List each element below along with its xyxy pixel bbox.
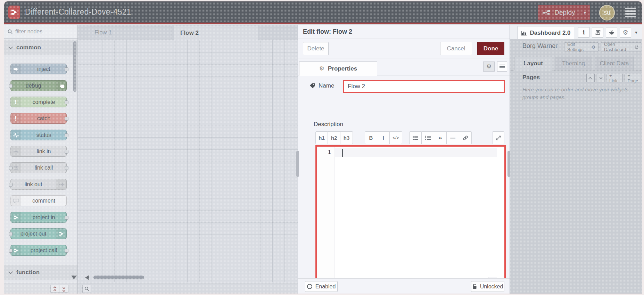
- delete-button[interactable]: Delete: [303, 42, 329, 55]
- dashboard-panel: Borg Warner Edit Settings ⚙ Open Dashboa…: [510, 39, 642, 294]
- palette-node-link-call[interactable]: link call: [10, 162, 67, 173]
- link-arrow-icon: [11, 146, 21, 156]
- bar-chart-icon: [521, 30, 527, 35]
- flow-enabled-toggle[interactable]: Enabled: [305, 281, 338, 292]
- palette-node-status[interactable]: status: [10, 130, 67, 140]
- main-menu-button[interactable]: [624, 6, 637, 19]
- flow-name-input[interactable]: [343, 80, 505, 93]
- divider: [522, 117, 631, 117]
- palette-node-catch[interactable]: ! catch: [10, 113, 67, 124]
- chevron-down-icon: [8, 45, 13, 49]
- user-avatar[interactable]: su: [599, 5, 615, 21]
- tab-flow-1[interactable]: Flow 1: [88, 26, 172, 39]
- add-page-button[interactable]: + Page: [625, 74, 641, 82]
- output-port: [65, 100, 68, 104]
- palette-category-function[interactable]: function: [4, 265, 77, 280]
- tab-layout[interactable]: Layout: [514, 57, 552, 71]
- palette-node-project-in[interactable]: project in: [10, 212, 67, 223]
- palette-node-debug[interactable]: debug: [10, 80, 67, 91]
- description-editor[interactable]: 1 ?: [315, 145, 506, 287]
- settings-button[interactable]: ⚙: [620, 27, 631, 38]
- deploy-label: Deploy: [554, 9, 575, 16]
- category-label: common: [16, 44, 41, 51]
- tray-scrollbar-thumb[interactable]: [507, 151, 510, 177]
- name-row: Name: [309, 82, 334, 89]
- magnifier-icon: [84, 286, 89, 291]
- edit-description-button[interactable]: [497, 62, 507, 72]
- edit-properties-button[interactable]: ⚙: [483, 62, 495, 72]
- gear-icon: ⚙: [622, 28, 628, 36]
- palette-node-complete[interactable]: ! complete: [10, 97, 67, 107]
- flow-canvas[interactable]: [78, 40, 298, 282]
- pages-help-text: Here you can re-order and move your widg…: [522, 86, 630, 101]
- tab-client-data[interactable]: Client Data: [595, 57, 634, 71]
- name-label: Name: [319, 82, 334, 89]
- heading2-button[interactable]: h2: [328, 131, 340, 144]
- palette-scrollbar-thumb[interactable]: [73, 41, 76, 92]
- hscroll-left-icon[interactable]: [85, 275, 89, 280]
- deploy-options-caret-icon[interactable]: ▾: [579, 10, 586, 15]
- tab-dashboard-2[interactable]: Dashboard 2.0: [518, 26, 574, 39]
- done-button[interactable]: Done: [477, 42, 504, 55]
- link-button[interactable]: [459, 131, 472, 144]
- layout-tabbar: Layout Theming Client Data: [510, 57, 642, 71]
- bold-button[interactable]: B: [365, 131, 377, 144]
- zoom-search-button[interactable]: [82, 285, 91, 293]
- gear-icon: ⚙: [591, 44, 595, 50]
- palette-node-link-out[interactable]: link out: [10, 179, 67, 190]
- palette-search-input[interactable]: [15, 28, 67, 35]
- bug-icon: [609, 30, 614, 35]
- book-icon: [595, 30, 601, 35]
- workspace[interactable]: Flow 1 Flow 2: [78, 25, 298, 294]
- sidebar-tabbar: Dashboard 2.0 i ⚙ ▾: [510, 25, 642, 39]
- help-book-button[interactable]: [592, 27, 603, 38]
- debug-bug-button[interactable]: [606, 27, 617, 38]
- flow-tabbar: Flow 1 Flow 2: [78, 25, 298, 40]
- move-down-button[interactable]: [596, 74, 604, 82]
- cancel-button[interactable]: Cancel: [440, 42, 472, 55]
- palette-node-project-call[interactable]: project call: [10, 245, 67, 256]
- palette-node-inject[interactable]: inject: [10, 64, 67, 74]
- palette-node-link-in[interactable]: link in: [10, 146, 67, 157]
- italic-button[interactable]: I: [377, 131, 390, 144]
- gear-icon: ⚙: [486, 63, 492, 70]
- palette: common inject debug ! complete ! catch: [4, 25, 78, 294]
- sidebar-menu-caret-icon[interactable]: ▾: [635, 30, 637, 35]
- tab-flow-2[interactable]: Flow 2: [174, 26, 258, 40]
- palette-node-comment[interactable]: comment: [10, 195, 67, 206]
- workspace-footer: [78, 284, 298, 294]
- edit-settings-button[interactable]: Edit Settings ⚙: [564, 42, 598, 51]
- open-dashboard-button[interactable]: Open Dashboard: [601, 42, 641, 51]
- expand-all-button[interactable]: [59, 285, 68, 293]
- comment-bubble-icon: [11, 196, 21, 206]
- move-up-button[interactable]: [586, 74, 595, 82]
- expand-editor-button[interactable]: [493, 131, 504, 144]
- palette-search[interactable]: [4, 25, 77, 39]
- info-icon: i: [583, 29, 585, 36]
- info-button[interactable]: i: [578, 27, 589, 38]
- input-port: [9, 166, 13, 170]
- horizontal-rule-button[interactable]: —: [447, 131, 459, 144]
- collapse-all-button[interactable]: [50, 285, 59, 293]
- palette-category-common[interactable]: common: [4, 40, 77, 55]
- chevron-down-icon: [8, 270, 13, 274]
- tab-properties[interactable]: ⚙ Properties: [299, 62, 377, 76]
- flow-lock-toggle[interactable]: Unlocked: [471, 281, 504, 292]
- heading3-button[interactable]: h3: [340, 131, 353, 144]
- add-link-button[interactable]: + Link: [606, 74, 623, 82]
- palette-scroll-down-icon[interactable]: [71, 276, 77, 279]
- hscrollbar-thumb[interactable]: [93, 276, 144, 279]
- output-port: [65, 216, 68, 220]
- deploy-icon: [543, 9, 550, 16]
- blockquote-button[interactable]: “: [434, 131, 447, 144]
- unordered-list-button[interactable]: [422, 131, 434, 144]
- deploy-button[interactable]: Deploy ▾: [538, 5, 590, 20]
- search-icon: [8, 29, 13, 34]
- heading1-button[interactable]: h1: [315, 131, 328, 144]
- code-button[interactable]: </>: [390, 131, 402, 144]
- ordered-list-button[interactable]: [409, 131, 422, 144]
- tab-theming[interactable]: Theming: [555, 57, 592, 71]
- waveform-icon: [11, 130, 21, 140]
- palette-node-project-out[interactable]: project out: [10, 228, 67, 239]
- tray-resize-handle[interactable]: [296, 151, 299, 177]
